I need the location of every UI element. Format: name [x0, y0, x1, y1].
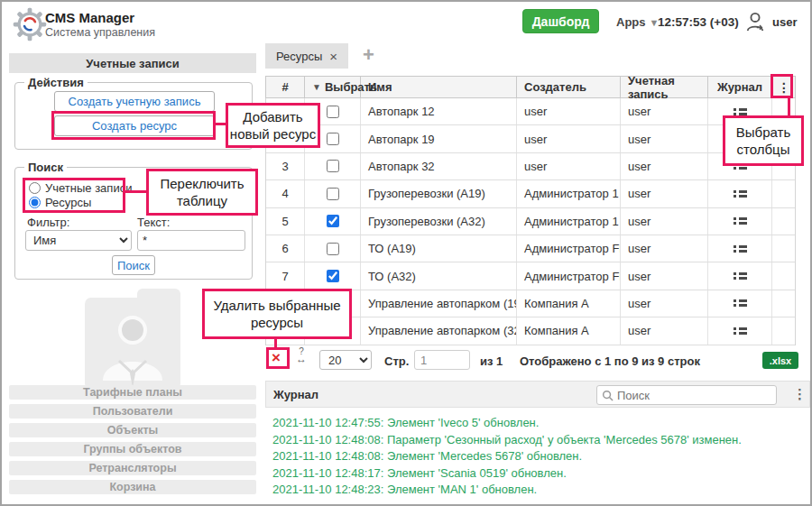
radio-accounts-label: Учетные записи — [45, 181, 132, 195]
row-creator-cell: user — [517, 153, 621, 179]
row-extra-cell — [772, 208, 796, 235]
row-number-cell: 3 — [266, 153, 305, 179]
actions-legend: Действия — [24, 76, 88, 89]
row-checkbox[interactable] — [327, 215, 339, 227]
apps-menu[interactable]: Apps▼ — [616, 15, 659, 29]
table-row: 6ТО (А19)Администратор FRuser — [266, 235, 795, 262]
row-account-cell: user — [621, 98, 708, 124]
row-journal-cell — [708, 180, 772, 207]
filter-label: Фильтр: — [27, 216, 69, 229]
tab-label: Ресурсы — [276, 50, 322, 63]
row-extra-cell — [772, 180, 796, 207]
col-name[interactable]: Имя — [361, 77, 517, 97]
callout-connector — [125, 190, 146, 193]
callout-add-resource: Добавить новый ресурс — [226, 103, 320, 148]
row-journal-cell — [708, 235, 772, 262]
journal-icon[interactable] — [734, 298, 747, 308]
column-settings-icon[interactable]: ⋮ — [772, 77, 796, 97]
radio-accounts-input[interactable] — [29, 182, 41, 194]
journal-menu-icon[interactable]: ⋮ — [793, 386, 807, 402]
col-num[interactable]: # — [266, 77, 305, 97]
row-name-cell: Автопарк 32 — [361, 153, 517, 179]
row-creator-cell: Администратор 1 — [517, 208, 621, 235]
journal-search[interactable] — [596, 385, 777, 405]
row-select-cell — [305, 235, 361, 262]
row-checkbox[interactable] — [327, 160, 339, 172]
sidebar-item[interactable]: Ретрансляторы — [9, 461, 256, 475]
add-tab-icon[interactable]: + — [363, 45, 374, 65]
callout-connector — [788, 98, 790, 117]
app-logo-gear-icon — [13, 6, 47, 42]
col-journal[interactable]: Журнал — [708, 77, 772, 97]
create-resource-button[interactable]: Создать ресурс — [54, 115, 215, 136]
callout-select-columns: Выбрать столбцы — [723, 115, 804, 166]
page-number-input[interactable] — [414, 350, 470, 370]
row-extra-cell — [772, 262, 796, 289]
table-row: 3Автопарк 32useruser — [266, 153, 795, 180]
row-creator-cell: Администратор FR — [517, 262, 621, 289]
col-account[interactable]: Учетная запись — [621, 77, 708, 97]
row-journal-cell — [708, 317, 772, 344]
sidebar-item[interactable]: Тарифные планы — [9, 385, 256, 400]
journal-icon[interactable] — [734, 216, 747, 226]
row-name-cell: Грузоперевозки (А19) — [361, 180, 517, 207]
row-checkbox[interactable] — [327, 106, 339, 118]
page-size-select[interactable]: 20 — [319, 350, 372, 370]
journal-log: 2021-11-10 12:47:55: Элемент 'Iveco 5' о… — [272, 415, 805, 499]
row-checkbox[interactable] — [327, 188, 339, 200]
radio-accounts[interactable]: Учетные записи — [29, 181, 132, 195]
row-checkbox[interactable] — [327, 270, 339, 282]
journal-icon[interactable] — [734, 271, 747, 281]
search-legend: Поиск — [24, 161, 67, 174]
filter-select[interactable]: Имя — [25, 230, 132, 251]
actions-fieldset: Действия — [14, 76, 253, 150]
journal-search-input[interactable] — [617, 387, 772, 403]
radio-resources-input[interactable] — [29, 197, 41, 208]
sidebar-section-accounts[interactable]: Учетные записи — [9, 53, 256, 73]
delete-selected-icon[interactable]: × — [272, 349, 281, 367]
row-account-cell: user — [621, 153, 708, 179]
row-name-cell: ТО (А19) — [361, 235, 517, 262]
row-account-cell: user — [621, 317, 708, 344]
journal-icon[interactable] — [734, 189, 747, 199]
row-select-cell — [305, 153, 361, 179]
row-select-cell — [305, 180, 361, 207]
folder-avatar-illustration — [81, 287, 186, 393]
page-of-label: из 1 — [480, 354, 503, 368]
row-number-cell: 4 — [266, 180, 305, 207]
journal-icon[interactable] — [734, 326, 747, 336]
radio-resources[interactable]: Ресурсы — [29, 196, 91, 209]
search-text-input[interactable] — [137, 230, 245, 251]
close-icon[interactable]: × — [329, 49, 337, 64]
sidebar-item[interactable]: Пользователи — [9, 404, 256, 419]
journal-title: Журнал — [273, 388, 318, 401]
journal-icon[interactable] — [734, 244, 747, 254]
log-entry: 2021-11-10 12:48:08: Параметр 'Сезонный … — [272, 432, 805, 449]
sidebar-item[interactable]: Группы объектов — [9, 442, 256, 456]
sidebar-menu: Тарифные планыПользователиОбъектыГруппы … — [9, 385, 256, 499]
export-xlsx-button[interactable]: .xlsx — [762, 352, 798, 369]
callout-switch-table: Переключить таблицу — [146, 169, 258, 216]
row-name-cell: ТО (А32) — [361, 262, 517, 289]
sidebar-item[interactable]: Объекты — [9, 423, 256, 437]
user-icon[interactable] — [745, 11, 765, 32]
table-row: 4Грузоперевозки (А19)Администратор 1user — [266, 180, 795, 207]
row-account-cell: user — [621, 290, 708, 317]
row-checkbox[interactable] — [327, 243, 339, 255]
row-creator-cell: Администратор 1 — [517, 180, 621, 207]
fit-columns-icon[interactable]: ?↔ — [296, 347, 307, 363]
table-header: # ▼Выбрать Имя Создатель Учетная запись … — [265, 76, 796, 98]
row-extra-cell — [772, 317, 796, 344]
row-name-cell: Управление автопарком (32) — [361, 317, 517, 344]
row-journal-cell — [708, 290, 772, 317]
col-select[interactable]: ▼Выбрать — [305, 77, 361, 97]
row-checkbox[interactable] — [327, 133, 339, 145]
tab-resources[interactable]: Ресурсы × — [265, 43, 348, 69]
log-entry: 2021-11-10 12:48:08: Элемент 'Mercedes 5… — [272, 448, 805, 465]
search-button[interactable]: Поиск — [112, 255, 155, 275]
dashboard-button[interactable]: Дашборд — [522, 9, 599, 33]
row-journal-cell — [708, 262, 772, 289]
create-account-button[interactable]: Создать учетную запись — [54, 91, 215, 112]
col-creator[interactable]: Создатель — [517, 77, 621, 97]
sidebar-item[interactable]: Корзина — [9, 480, 256, 494]
